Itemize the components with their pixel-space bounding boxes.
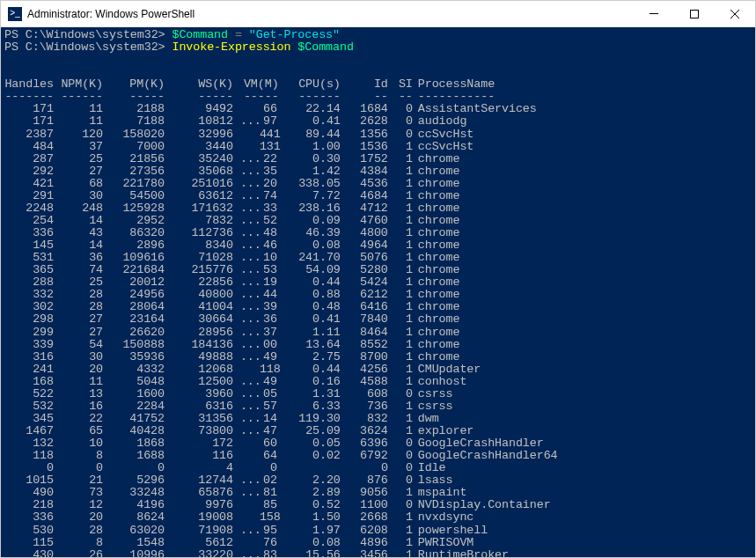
table-row: 2248248125928171632 ...33 238.1647121chr… bbox=[4, 202, 752, 215]
table-row: 4843770003440 131 1.0015361ccSvcHst bbox=[4, 141, 752, 153]
console-area[interactable]: PS C:\Windows\system32> $Command = "Get-… bbox=[1, 27, 755, 557]
table-row: 1711121889492 66 22.1416840AssistantServ… bbox=[4, 103, 752, 115]
powershell-icon: >_ bbox=[8, 7, 22, 21]
table-row: 2181241969976 85 0.5211000NVDisplay.Cont… bbox=[4, 499, 752, 511]
table-row: 5221316003960 ...05 1.316080csrss bbox=[4, 388, 752, 400]
close-button[interactable] bbox=[715, 1, 755, 26]
table-row: 33620862419008 158 1.5026681nvxdsync bbox=[4, 511, 752, 524]
table-row: 292272735635068 ...35 1.4243841chrome bbox=[4, 165, 752, 178]
table-row: 3364386320112736 ...48 46.3948001chrome bbox=[4, 227, 752, 239]
table-row: 0004 0 00Idle bbox=[4, 462, 752, 474]
prompt-line-1: PS C:\Windows\system32> $Command = "Get-… bbox=[4, 29, 752, 41]
table-row: 345224175231356 ...14 119.308321dwm bbox=[4, 413, 752, 425]
table-row: 332282495640800 ...44 0.8862121chrome bbox=[4, 289, 752, 301]
window-title: Administrator: Windows PowerShell bbox=[27, 8, 634, 20]
table-row: 36574221684215776 ...53 54.0952801chrome bbox=[4, 264, 752, 276]
table-row: 2541429527832 ...52 0.0947601chrome bbox=[4, 215, 752, 227]
table-row: 1467654042873800 ...47 25.0936241explore… bbox=[4, 425, 752, 437]
table-row: 1451428968340 ...46 0.0849641chrome bbox=[4, 239, 752, 252]
table-row: 530286302071908 ...95 1.9762081powershel… bbox=[4, 525, 752, 537]
table-row: 33954150888184136 ...00 13.6485521chrome bbox=[4, 339, 752, 351]
table-row: 132101868172 60 0.0563960GoogleCrashHand… bbox=[4, 437, 752, 450]
window-controls bbox=[634, 1, 755, 26]
table-row: 17111718810812 ...97 0.4126280audiodg bbox=[4, 115, 752, 128]
table-row: 238712015802032996 441 89.4413560ccSvcHs… bbox=[4, 128, 752, 141]
table-row: 16811504812500 ...49 0.1645881conhost bbox=[4, 376, 752, 388]
table-row: 298272316430664 ...36 0.4178401chrome bbox=[4, 313, 752, 326]
svg-rect-1 bbox=[691, 10, 699, 18]
table-row: 24120433212068 118 0.4442561CMUpdater bbox=[4, 363, 752, 376]
table-row: 287252185635240 ...22 0.3017521chrome bbox=[4, 153, 752, 165]
table-row: 5313610961671028 ...10 241.7050761chrome bbox=[4, 252, 752, 264]
titlebar[interactable]: >_ Administrator: Windows PowerShell bbox=[1, 1, 755, 27]
table-divider: ----------------------- ----- ----------… bbox=[4, 91, 752, 103]
table-row: 11881688116 64 0.0267920GoogleCrashHandl… bbox=[4, 450, 752, 462]
minimize-button[interactable] bbox=[634, 1, 674, 26]
maximize-button[interactable] bbox=[674, 1, 715, 26]
table-row: 288252001222856 ...19 0.4454241chrome bbox=[4, 276, 752, 289]
table-row: 299272662028956 ...37 1.1184641chrome bbox=[4, 327, 752, 339]
table-row: 115815485612 76 0.0848961PWRISOVM bbox=[4, 537, 752, 549]
svg-rect-0 bbox=[650, 13, 658, 14]
table-row: 302282806441004 ...39 0.4864161chrome bbox=[4, 301, 752, 313]
table-row: 430261099633220 ...83 15.5634561RuntimeB… bbox=[4, 549, 752, 557]
table-row: 5321622846316 ...57 6.337361csrss bbox=[4, 400, 752, 413]
powershell-window: >_ Administrator: Windows PowerShell PS … bbox=[0, 0, 756, 558]
prompt-line-2: PS C:\Windows\system32> Invoke-Expressio… bbox=[4, 41, 752, 54]
table-row: 291305450063612 ...74 7.7246841chrome bbox=[4, 190, 752, 202]
table-row: 42168221780251016 ...20 338.0545361chrom… bbox=[4, 178, 752, 190]
table-row: 490733324865876 ...81 2.8990561mspaint bbox=[4, 487, 752, 499]
table-header: HandlesNPM(K)PM(K)WS(K) VM(M) CPU(s)IdSI… bbox=[4, 78, 752, 91]
table-row: 316303593649888 ...49 2.7587001chrome bbox=[4, 351, 752, 363]
table-row: 101521529612744 ...02 2.208760lsass bbox=[4, 474, 752, 487]
